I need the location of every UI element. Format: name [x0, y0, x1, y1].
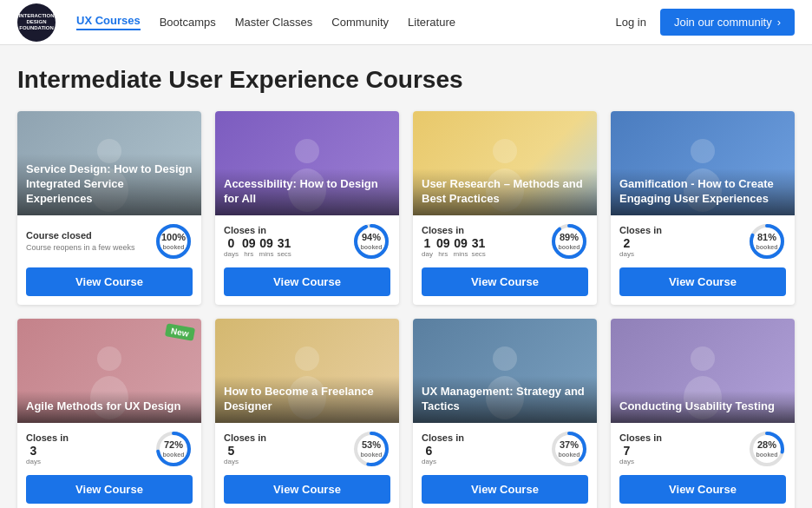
logo[interactable]: INTERACTIONDESIGNFOUNDATION: [17, 3, 56, 42]
closes-in-label-7: Closes in: [422, 432, 464, 445]
course-closed-label: Course closed: [26, 229, 135, 242]
nav-literature[interactable]: Literature: [408, 16, 455, 29]
course-title-7: UX Management: Strategy and Tactics: [413, 376, 597, 423]
donut-2: 94%booked: [352, 222, 390, 261]
nav-bootcamps[interactable]: Bootcamps: [160, 16, 216, 29]
donut-label-5: booked: [163, 452, 185, 458]
course-card-3: User Research – Methods and Best Practic…: [413, 111, 597, 305]
page-title: Intermediate User Experience Courses: [17, 66, 795, 94]
donut-pct-3: 89%: [560, 232, 579, 242]
status-left-7: Closes in 6 days: [422, 432, 464, 467]
countdown-unit: 31 secs: [471, 237, 485, 259]
nav-right: Log in Join our community ›: [616, 9, 795, 36]
donut-pct-2: 94%: [362, 232, 381, 242]
countdown-unit: 3 days: [26, 445, 41, 466]
svg-point-24: [493, 346, 517, 371]
closes-in-label-5: Closes in: [26, 432, 69, 445]
countdown-6: 5 days: [224, 445, 266, 466]
view-course-button-8[interactable]: View Course: [619, 475, 786, 504]
view-course-button-5[interactable]: View Course: [26, 475, 193, 504]
countdown-unit: 1 day: [422, 237, 433, 259]
course-card-7: UX Management: Strategy and TacticsClose…: [413, 319, 597, 508]
view-course-button-3[interactable]: View Course: [422, 267, 588, 296]
view-course-button-7[interactable]: View Course: [422, 475, 588, 504]
status-left-1: Course closed Course reopens in a few we…: [26, 229, 135, 254]
countdown-unit: 6 days: [422, 445, 436, 466]
status-left-3: Closes in 1 day 09 hrs 09 mins 31 secs: [422, 224, 486, 260]
course-card-5: NewAgile Methods for UX DesignCloses in …: [17, 319, 201, 508]
countdown-3: 1 day 09 hrs 09 mins 31 secs: [422, 237, 486, 259]
countdown-5: 3 days: [26, 445, 69, 466]
donut-pct-4: 81%: [757, 232, 776, 242]
course-closed-sub: Course reopens in a few weeks: [26, 242, 135, 254]
donut-1: 100%booked: [154, 222, 193, 261]
countdown-2: 0 days 09 hrs 09 mins 31 secs: [224, 237, 291, 259]
nav-community[interactable]: Community: [331, 16, 389, 29]
view-course-button-2[interactable]: View Course: [224, 267, 390, 296]
countdown-unit: 09 mins: [259, 237, 273, 259]
status-left-2: Closes in 0 days 09 hrs 09 mins 31 secs: [224, 224, 291, 260]
course-card-1: Service Design: How to Design Integrated…: [17, 111, 201, 305]
donut-7: 37%booked: [550, 430, 588, 468]
course-title-5: Agile Methods for UX Design: [17, 391, 201, 423]
donut-label-6: booked: [361, 452, 383, 458]
countdown-unit: 5 days: [224, 445, 239, 466]
svg-point-8: [493, 139, 517, 163]
nav-ux-courses[interactable]: UX Courses: [76, 14, 141, 30]
view-course-button-4[interactable]: View Course: [619, 267, 786, 296]
donut-label-3: booked: [559, 244, 580, 250]
donut-pct-7: 37%: [560, 439, 579, 450]
course-title-1: Service Design: How to Design Integrated…: [17, 154, 201, 215]
status-left-5: Closes in 3 days: [26, 432, 69, 467]
countdown-unit: 2 days: [619, 237, 634, 259]
donut-8: 28%booked: [748, 430, 786, 468]
countdown-unit: 0 days: [224, 237, 239, 259]
donut-label-8: booked: [756, 452, 778, 458]
svg-point-12: [691, 139, 715, 163]
donut-label-7: booked: [559, 452, 580, 458]
countdown-unit: 09 hrs: [436, 237, 450, 259]
new-badge-5: New: [165, 323, 195, 340]
join-button[interactable]: Join our community ›: [660, 9, 795, 36]
course-card-6: How to Become a Freelance DesignerCloses…: [215, 319, 399, 508]
closes-in-label-8: Closes in: [619, 432, 662, 445]
course-title-4: Gamification - How to Create Engaging Us…: [611, 168, 795, 215]
donut-label-4: booked: [756, 244, 778, 250]
donut-label-1: booked: [163, 244, 185, 250]
countdown-unit: 09 mins: [453, 237, 468, 259]
donut-pct-6: 53%: [362, 439, 381, 450]
countdown-7: 6 days: [422, 445, 464, 466]
countdown-unit: 09 hrs: [242, 237, 256, 259]
closes-in-label-6: Closes in: [224, 432, 266, 445]
status-left-6: Closes in 5 days: [224, 432, 266, 467]
courses-grid: Service Design: How to Design Integrated…: [17, 111, 795, 508]
navbar: INTERACTIONDESIGNFOUNDATION UX Courses B…: [0, 0, 812, 45]
main-content: Intermediate User Experience Courses Ser…: [0, 45, 812, 508]
donut-pct-1: 100%: [161, 232, 186, 242]
closes-in-label-3: Closes in: [422, 224, 486, 237]
view-course-button-6[interactable]: View Course: [224, 475, 390, 504]
svg-point-28: [691, 346, 715, 371]
login-link[interactable]: Log in: [616, 16, 646, 29]
course-title-2: Accessibility: How to Design for All: [215, 168, 399, 215]
donut-label-2: booked: [361, 244, 383, 250]
svg-point-16: [97, 346, 121, 371]
donut-4: 81%booked: [748, 222, 786, 261]
closes-in-label-4: Closes in: [619, 224, 662, 237]
donut-6: 53%booked: [352, 430, 390, 468]
closes-in-label-2: Closes in: [224, 224, 291, 237]
donut-pct-8: 28%: [757, 439, 776, 450]
course-title-8: Conducting Usability Testing: [611, 391, 795, 423]
view-course-button-1[interactable]: View Course: [26, 267, 193, 296]
course-title-3: User Research – Methods and Best Practic…: [413, 168, 597, 215]
course-card-4: Gamification - How to Create Engaging Us…: [611, 111, 795, 305]
course-card-8: Conducting Usability TestingCloses in 7 …: [611, 319, 795, 508]
donut-3: 89%booked: [550, 222, 588, 261]
nav-master-classes[interactable]: Master Classes: [235, 16, 313, 29]
countdown-unit: 31 secs: [277, 237, 291, 259]
status-left-8: Closes in 7 days: [619, 432, 662, 467]
donut-pct-5: 72%: [164, 439, 183, 450]
logo-circle: INTERACTIONDESIGNFOUNDATION: [17, 3, 56, 42]
countdown-unit: 7 days: [619, 445, 634, 466]
donut-5: 72%booked: [154, 430, 193, 468]
